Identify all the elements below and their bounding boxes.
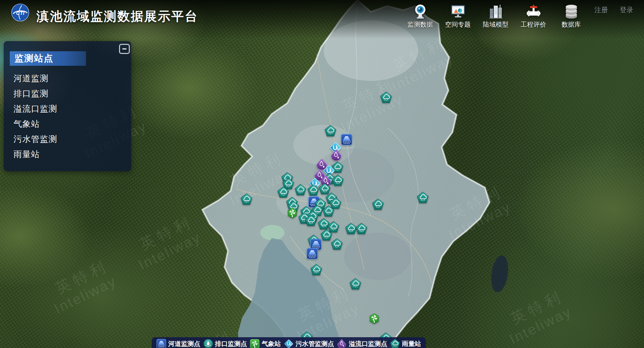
map-marker-rain[interactable] xyxy=(311,264,322,276)
nav-label: 监测数据 xyxy=(407,20,433,29)
map-marker-rain[interactable] xyxy=(277,186,289,198)
nav-item-project-eval[interactable]: 工程评价 xyxy=(515,1,552,29)
map-marker-rain[interactable] xyxy=(380,92,392,103)
nav-item-land-model[interactable]: 陆域模型 xyxy=(477,1,515,29)
map-marker-rain[interactable] xyxy=(323,205,334,217)
map-marker-river[interactable] xyxy=(306,248,318,259)
main-nav: 监测数据 空间专题 xyxy=(401,1,590,29)
buildings-icon xyxy=(488,3,504,19)
webcam-icon xyxy=(412,3,428,19)
map-marker-rain[interactable] xyxy=(372,199,384,210)
pipe-valve-icon xyxy=(526,3,541,19)
legend-label: 溢流口监测点 xyxy=(349,340,387,348)
legend-item-rain[interactable]: 雨量站 xyxy=(390,339,421,348)
monitor-chart-icon xyxy=(450,3,466,19)
legend-item-river[interactable]: 河道监测点 xyxy=(156,339,200,348)
sidebar-item-overflow[interactable]: 溢流口监测 xyxy=(4,101,131,116)
sidebar-item-outlet[interactable]: 排口监测 xyxy=(4,86,131,101)
map-marker-rain[interactable] xyxy=(331,238,343,250)
login-link[interactable]: 登录 xyxy=(620,5,633,14)
legend-item-overflow[interactable]: 溢流口监测点 xyxy=(337,339,387,348)
map-marker-rain[interactable] xyxy=(295,184,306,196)
page-title: 滇池流域监测数据展示平台 xyxy=(36,8,198,25)
legend-label: 排口监测点 xyxy=(215,340,247,348)
register-link[interactable]: 注册 xyxy=(594,5,608,14)
map-marker-rain[interactable] xyxy=(325,125,336,137)
nav-item-spatial-theme[interactable]: 空间专题 xyxy=(439,1,477,29)
nav-label: 空间专题 xyxy=(445,20,471,29)
nav-item-monitor-data[interactable]: 监测数据 xyxy=(401,1,439,29)
database-icon xyxy=(563,3,579,19)
outlet-legend-icon xyxy=(203,339,213,348)
legend-label: 污水管监测点 xyxy=(296,340,334,348)
nav-label: 数据库 xyxy=(562,20,581,29)
map-marker-rain[interactable] xyxy=(356,223,367,234)
map-marker-weather[interactable] xyxy=(287,208,298,219)
legend-label: 雨量站 xyxy=(402,340,421,348)
legend-item-sewage[interactable]: 污水管监测点 xyxy=(284,339,334,348)
sidebar-item-rain[interactable]: 雨量站 xyxy=(4,147,131,162)
map-legend: 河道监测点 排口监测点 气象站 污水管监测点 溢流口监测点 雨量站 xyxy=(152,337,426,348)
panel-title[interactable]: 监测站点 xyxy=(10,51,86,66)
app-header: CTI 滇池流域监测数据展示平台 监测数据 xyxy=(0,0,644,31)
panel-item-list: 河道监测 排口监测 溢流口监测 气象站 污水管监测 雨量站 xyxy=(4,71,131,162)
nav-label: 工程评价 xyxy=(521,20,546,29)
sidebar-item-river[interactable]: 河道监测 xyxy=(4,71,131,86)
rain-legend-icon xyxy=(390,339,400,348)
map-marker-rain[interactable] xyxy=(241,194,252,205)
legend-label: 河道监测点 xyxy=(168,340,200,348)
sewage-legend-icon xyxy=(284,339,294,348)
map-marker-rain[interactable] xyxy=(305,215,317,226)
panel-collapse-button[interactable] xyxy=(119,44,130,54)
platform-logo: CTI xyxy=(11,3,30,22)
map-marker-weather[interactable] xyxy=(369,313,380,324)
sidebar-item-weather[interactable]: 气象站 xyxy=(4,116,131,132)
legend-item-outlet[interactable]: 排口监测点 xyxy=(203,339,247,348)
nav-label: 陆域模型 xyxy=(483,20,508,29)
map-marker-rain[interactable] xyxy=(332,175,344,186)
nav-item-database[interactable]: 数据库 xyxy=(552,1,590,29)
overflow-legend-icon xyxy=(337,339,347,348)
map-marker-rain[interactable] xyxy=(321,229,332,241)
legend-label: 气象站 xyxy=(262,340,281,348)
map-marker-overflow[interactable] xyxy=(330,149,342,161)
map-marker-rain[interactable] xyxy=(417,192,429,203)
weather-legend-icon xyxy=(250,339,260,348)
monitoring-stations-panel: 监测站点 河道监测 排口监测 溢流口监测 气象站 污水管监测 雨量站 xyxy=(4,41,131,171)
svg-text:CTI: CTI xyxy=(16,10,25,16)
sidebar-item-sewage[interactable]: 污水管监测 xyxy=(4,132,131,147)
legend-item-weather[interactable]: 气象站 xyxy=(250,339,281,348)
map-marker-rain[interactable] xyxy=(350,278,361,290)
map-marker-rain[interactable] xyxy=(308,184,319,196)
river-legend-icon xyxy=(156,339,166,348)
map-marker-rain[interactable] xyxy=(345,223,357,234)
map-marker-river[interactable] xyxy=(341,134,352,145)
